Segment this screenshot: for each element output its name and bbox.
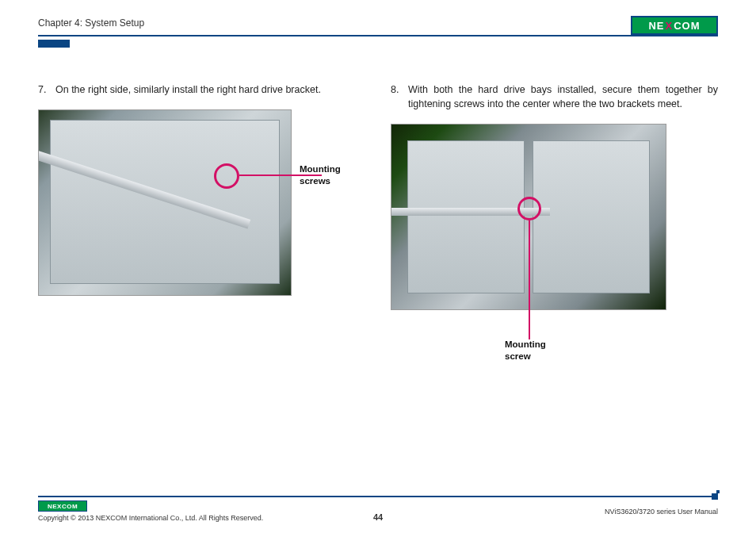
callout-leader-line [529, 220, 530, 339]
callout-leader-line [239, 174, 322, 176]
callout-label-line1: Mounting [505, 339, 546, 349]
callout-label-line2: screw [505, 351, 531, 361]
callout-label-line1: Mounting [300, 164, 341, 174]
chapter-title: Chapter 4: System Setup [38, 16, 144, 29]
callout-circle-icon [214, 163, 239, 189]
figure-7-wrap: Mounting screws [38, 109, 365, 296]
brand-logo: NEXCOM [631, 16, 718, 35]
footer-row: NEXCOM Copyright © 2013 NEXCOM Internati… [38, 500, 718, 522]
left-column: 7. On the right side, similarly install … [38, 82, 365, 362]
footer-ornament-icon [712, 493, 718, 500]
manual-name: NViS3620/3720 series User Manual [605, 508, 718, 516]
logo-text-right: COM [674, 20, 700, 32]
logo-text-left: NE [648, 20, 664, 32]
photo-right-bracket [38, 109, 292, 296]
step-8-text: With both the hard drive bays installed,… [408, 82, 718, 111]
page-header: Chapter 4: System Setup NEXCOM [38, 16, 718, 48]
footer-rule [38, 496, 718, 497]
figure-8 [391, 124, 718, 310]
step-7-number: 7. [38, 82, 51, 97]
footer-left: NEXCOM Copyright © 2013 NEXCOM Internati… [38, 500, 263, 522]
step-7: 7. On the right side, similarly install … [38, 82, 365, 97]
callout-label-mounting-screw: Mounting screw [505, 339, 718, 362]
copyright-text: Copyright © 2013 NEXCOM International Co… [38, 514, 263, 522]
footer-logo: NEXCOM [38, 500, 87, 512]
page-number: 44 [373, 512, 383, 522]
callout-label-line2: screws [300, 176, 330, 186]
step-8: 8. With both the hard drive bays install… [391, 82, 718, 111]
logo-text-x: X [666, 20, 674, 32]
page-footer: NEXCOM Copyright © 2013 NEXCOM Internati… [38, 496, 718, 522]
figure-7 [38, 109, 292, 296]
right-column: 8. With both the hard drive bays install… [391, 82, 718, 362]
content-area: 7. On the right side, similarly install … [38, 82, 718, 362]
header-dash [38, 40, 70, 48]
header-rule [38, 35, 718, 36]
step-8-number: 8. [391, 82, 403, 111]
step-7-text: On the right side, similarly install the… [55, 82, 365, 97]
